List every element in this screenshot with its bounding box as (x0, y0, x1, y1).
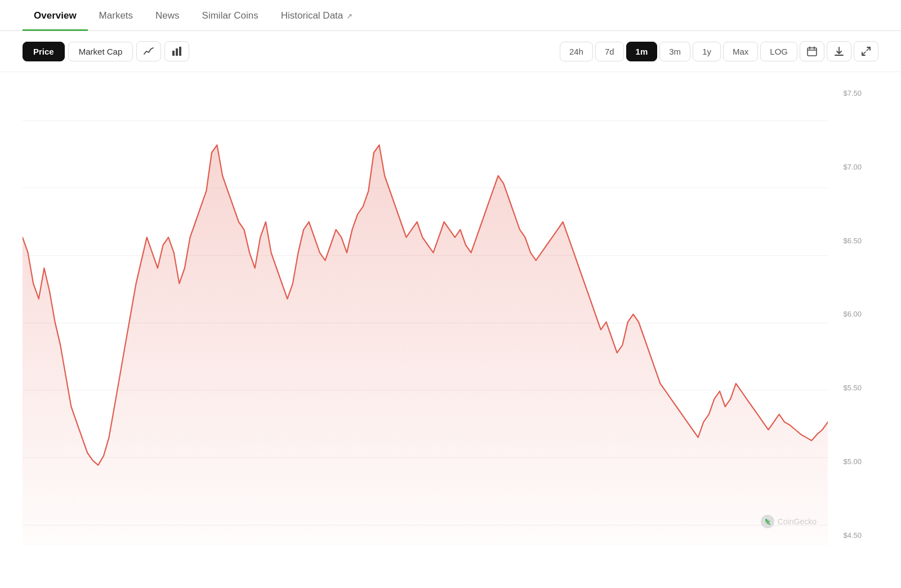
time-24h-button[interactable]: 24h (560, 42, 593, 61)
y-label-700: $7.00 (831, 163, 862, 171)
y-axis-labels: $7.50 $7.00 $6.50 $6.00 $5.50 $5.00 $4.5… (831, 83, 862, 545)
page-container: Overview Markets News Similar Coins Hist… (0, 0, 901, 588)
chart-toolbar: Price Market Cap 24h 7d 1m 3m 1y Max (0, 31, 901, 72)
watermark-text: CoinGecko (778, 517, 817, 526)
expand-icon (861, 46, 871, 56)
svg-rect-3 (808, 48, 817, 56)
y-label-750: $7.50 (831, 89, 862, 97)
price-button[interactable]: Price (23, 42, 65, 61)
bar-chart-button[interactable] (164, 41, 189, 61)
line-chart-button[interactable] (136, 41, 161, 61)
tab-markets[interactable]: Markets (88, 0, 144, 31)
svg-rect-2 (179, 47, 181, 56)
calendar-icon (807, 46, 817, 56)
expand-button[interactable] (854, 41, 878, 61)
y-label-650: $6.50 (831, 237, 862, 245)
svg-line-9 (867, 47, 870, 51)
time-log-button[interactable]: LOG (760, 42, 797, 61)
svg-rect-1 (176, 48, 178, 56)
tab-overview[interactable]: Overview (23, 0, 88, 31)
tab-navigation: Overview Markets News Similar Coins Hist… (0, 0, 901, 31)
download-icon (834, 46, 844, 56)
chart-svg-wrapper (23, 83, 828, 545)
download-button[interactable] (827, 41, 851, 61)
time-1m-button[interactable]: 1m (626, 42, 658, 61)
y-label-500: $5.00 (831, 457, 862, 466)
tab-historical-data[interactable]: Historical Data ↗ (270, 0, 364, 31)
market-cap-button[interactable]: Market Cap (68, 42, 133, 61)
y-label-600: $6.00 (831, 310, 862, 318)
bar-chart-icon (172, 46, 182, 56)
time-3m-button[interactable]: 3m (659, 42, 690, 61)
tab-similar-coins[interactable]: Similar Coins (191, 0, 270, 31)
svg-rect-0 (172, 51, 175, 56)
toolbar-left: Price Market Cap (23, 41, 555, 61)
tab-historical-data-label: Historical Data ↗ (281, 10, 353, 21)
price-chart (23, 83, 828, 545)
calendar-button[interactable] (800, 41, 824, 61)
external-link-icon: ↗ (346, 12, 353, 20)
svg-line-10 (862, 52, 866, 55)
time-max-button[interactable]: Max (723, 42, 758, 61)
coingecko-logo: 🦎 (761, 515, 774, 528)
time-7d-button[interactable]: 7d (595, 42, 624, 61)
watermark: 🦎 CoinGecko (761, 515, 817, 528)
tab-news[interactable]: News (144, 0, 191, 31)
y-label-550: $5.50 (831, 384, 862, 392)
line-chart-icon (144, 46, 154, 56)
chart-area: $7.50 $7.00 $6.50 $6.00 $5.50 $5.00 $4.5… (23, 83, 862, 545)
toolbar-right: 24h 7d 1m 3m 1y Max LOG (560, 41, 878, 61)
time-1y-button[interactable]: 1y (693, 42, 721, 61)
y-label-450: $4.50 (831, 531, 862, 540)
chart-container: $7.50 $7.00 $6.50 $6.00 $5.50 $5.00 $4.5… (0, 72, 901, 556)
